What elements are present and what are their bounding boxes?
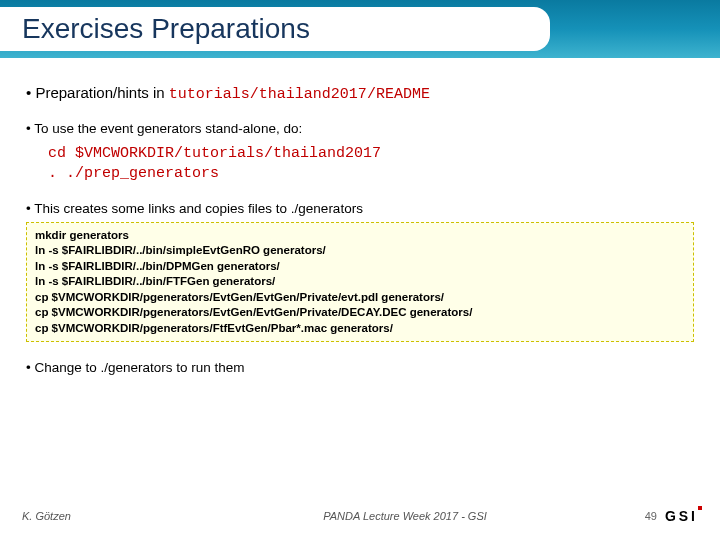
bullet-4: • Change to ./generators to run them xyxy=(26,360,694,375)
footer-center: PANDA Lecture Week 2017 - GSI xyxy=(222,510,588,522)
gsi-logo: GSI xyxy=(665,508,698,524)
bullet-2: • To use the event generators stand-alon… xyxy=(26,121,694,136)
slide-header: Exercises Preparations xyxy=(0,0,720,58)
slide-title: Exercises Preparations xyxy=(22,13,310,45)
slide-content: • Preparation/hints in tutorials/thailan… xyxy=(0,58,720,375)
footer-author: K. Götzen xyxy=(22,510,222,522)
code-block-1: cd $VMCWORKDIR/tutorials/thailand2017 . … xyxy=(48,144,694,185)
bullet-1-path: tutorials/thailand2017/README xyxy=(169,86,430,103)
bullet-1: • Preparation/hints in tutorials/thailan… xyxy=(26,84,694,103)
footer-right: 49 GSI xyxy=(588,508,698,524)
code-block-2: mkdir generators ln -s $FAIRLIBDIR/../bi… xyxy=(26,222,694,343)
title-box: Exercises Preparations xyxy=(0,7,550,51)
bullet-1-text: • Preparation/hints in xyxy=(26,84,169,101)
slide-footer: K. Götzen PANDA Lecture Week 2017 - GSI … xyxy=(0,508,720,524)
bullet-3: • This creates some links and copies fil… xyxy=(26,201,694,216)
page-number: 49 xyxy=(645,510,657,522)
